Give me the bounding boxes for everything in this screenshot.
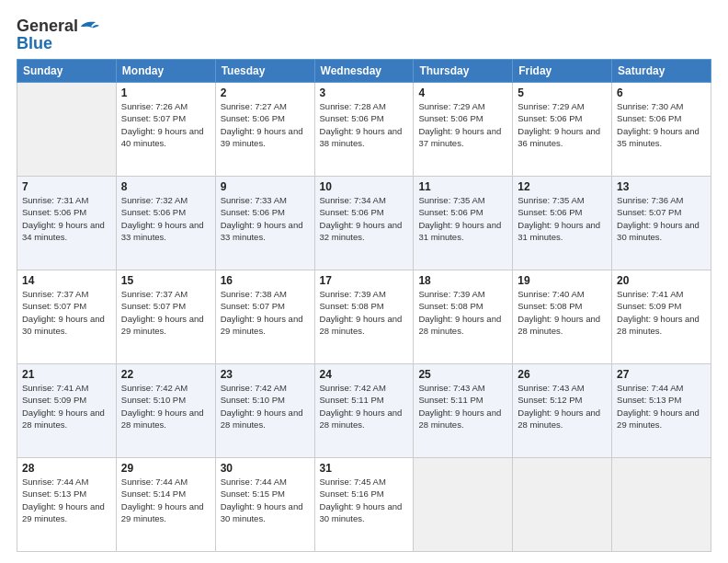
day-number: 7 [22, 180, 111, 193]
day-number: 3 [320, 86, 409, 99]
day-info: Sunrise: 7:26 AMSunset: 5:07 PMDaylight:… [121, 100, 210, 149]
day-info: Sunrise: 7:35 AMSunset: 5:06 PMDaylight:… [418, 194, 507, 243]
calendar-day-cell: 20Sunrise: 7:41 AMSunset: 5:09 PMDayligh… [612, 270, 711, 364]
calendar-day-cell: 8Sunrise: 7:32 AMSunset: 5:06 PMDaylight… [116, 177, 215, 270]
calendar-day-cell: 30Sunrise: 7:44 AMSunset: 5:15 PMDayligh… [215, 458, 314, 552]
day-info: Sunrise: 7:41 AMSunset: 5:09 PMDaylight:… [22, 382, 111, 431]
calendar-day-cell: 23Sunrise: 7:42 AMSunset: 5:10 PMDayligh… [215, 364, 314, 458]
calendar-day-cell: 3Sunrise: 7:28 AMSunset: 5:06 PMDaylight… [314, 83, 414, 177]
calendar-day-header: Saturday [612, 60, 711, 83]
calendar-week-row: 21Sunrise: 7:41 AMSunset: 5:09 PMDayligh… [17, 364, 711, 458]
day-info: Sunrise: 7:43 AMSunset: 5:11 PMDaylight:… [418, 382, 507, 431]
day-info: Sunrise: 7:40 AMSunset: 5:08 PMDaylight:… [518, 288, 607, 337]
day-info: Sunrise: 7:43 AMSunset: 5:12 PMDaylight:… [518, 382, 607, 431]
day-number: 30 [221, 462, 310, 475]
day-number: 1 [121, 86, 210, 99]
header: General Blue [17, 17, 711, 53]
day-number: 15 [121, 274, 210, 287]
calendar-day-cell: 11Sunrise: 7:35 AMSunset: 5:06 PMDayligh… [414, 177, 513, 270]
logo-text: General [17, 17, 99, 36]
calendar-day-header: Sunday [17, 60, 117, 83]
calendar-day-cell: 17Sunrise: 7:39 AMSunset: 5:08 PMDayligh… [314, 270, 414, 364]
calendar-day-cell: 31Sunrise: 7:45 AMSunset: 5:16 PMDayligh… [314, 458, 414, 552]
calendar-day-header: Friday [513, 60, 612, 83]
calendar-day-cell: 22Sunrise: 7:42 AMSunset: 5:10 PMDayligh… [116, 364, 215, 458]
calendar-day-cell: 12Sunrise: 7:35 AMSunset: 5:06 PMDayligh… [513, 177, 612, 270]
day-info: Sunrise: 7:30 AMSunset: 5:06 PMDaylight:… [617, 100, 706, 149]
day-info: Sunrise: 7:39 AMSunset: 5:08 PMDaylight:… [320, 288, 409, 337]
calendar-day-cell: 29Sunrise: 7:44 AMSunset: 5:14 PMDayligh… [116, 458, 215, 552]
day-number: 10 [320, 180, 409, 193]
page: General Blue SundayMondayTuesdayWednesda… [0, 0, 728, 563]
calendar-header-row: SundayMondayTuesdayWednesdayThursdayFrid… [17, 60, 711, 83]
day-info: Sunrise: 7:45 AMSunset: 5:16 PMDaylight:… [320, 476, 409, 524]
calendar-day-cell: 19Sunrise: 7:40 AMSunset: 5:08 PMDayligh… [513, 270, 612, 364]
day-info: Sunrise: 7:31 AMSunset: 5:06 PMDaylight:… [22, 194, 111, 243]
day-number: 21 [22, 368, 111, 381]
calendar-day-header: Tuesday [215, 60, 314, 83]
day-number: 25 [418, 368, 507, 381]
day-info: Sunrise: 7:32 AMSunset: 5:06 PMDaylight:… [121, 194, 210, 243]
calendar-day-cell: 6Sunrise: 7:30 AMSunset: 5:06 PMDaylight… [612, 83, 711, 177]
calendar-day-header: Wednesday [314, 60, 414, 83]
day-info: Sunrise: 7:41 AMSunset: 5:09 PMDaylight:… [617, 288, 706, 337]
calendar-day-cell: 28Sunrise: 7:44 AMSunset: 5:13 PMDayligh… [17, 458, 117, 552]
day-number: 12 [518, 180, 607, 193]
day-number: 18 [418, 274, 507, 287]
calendar-day-cell: 25Sunrise: 7:43 AMSunset: 5:11 PMDayligh… [414, 364, 513, 458]
day-number: 27 [617, 368, 706, 381]
day-info: Sunrise: 7:37 AMSunset: 5:07 PMDaylight:… [121, 288, 210, 337]
day-info: Sunrise: 7:44 AMSunset: 5:13 PMDaylight:… [22, 476, 111, 524]
day-number: 20 [617, 274, 706, 287]
calendar-day-cell [17, 83, 117, 177]
calendar-week-row: 7Sunrise: 7:31 AMSunset: 5:06 PMDaylight… [17, 177, 711, 270]
day-number: 4 [418, 86, 507, 99]
day-info: Sunrise: 7:28 AMSunset: 5:06 PMDaylight:… [320, 100, 409, 149]
calendar-day-cell: 1Sunrise: 7:26 AMSunset: 5:07 PMDaylight… [116, 83, 215, 177]
day-number: 9 [221, 180, 310, 193]
calendar-day-cell: 7Sunrise: 7:31 AMSunset: 5:06 PMDaylight… [17, 177, 117, 270]
day-info: Sunrise: 7:39 AMSunset: 5:08 PMDaylight:… [418, 288, 507, 337]
calendar-day-cell: 14Sunrise: 7:37 AMSunset: 5:07 PMDayligh… [17, 270, 117, 364]
calendar-day-cell: 18Sunrise: 7:39 AMSunset: 5:08 PMDayligh… [414, 270, 513, 364]
calendar-week-row: 14Sunrise: 7:37 AMSunset: 5:07 PMDayligh… [17, 270, 711, 364]
logo: General Blue [17, 17, 99, 53]
day-number: 31 [320, 462, 409, 475]
day-info: Sunrise: 7:42 AMSunset: 5:11 PMDaylight:… [320, 382, 409, 431]
day-number: 5 [518, 86, 607, 99]
calendar-day-cell [513, 458, 612, 552]
day-info: Sunrise: 7:35 AMSunset: 5:06 PMDaylight:… [518, 194, 607, 243]
calendar-day-cell: 10Sunrise: 7:34 AMSunset: 5:06 PMDayligh… [314, 177, 414, 270]
day-number: 16 [221, 274, 310, 287]
day-info: Sunrise: 7:38 AMSunset: 5:07 PMDaylight:… [221, 288, 310, 337]
calendar-day-cell: 26Sunrise: 7:43 AMSunset: 5:12 PMDayligh… [513, 364, 612, 458]
day-info: Sunrise: 7:34 AMSunset: 5:06 PMDaylight:… [320, 194, 409, 243]
day-number: 26 [518, 368, 607, 381]
day-number: 13 [617, 180, 706, 193]
calendar-day-cell: 13Sunrise: 7:36 AMSunset: 5:07 PMDayligh… [612, 177, 711, 270]
day-info: Sunrise: 7:29 AMSunset: 5:06 PMDaylight:… [518, 100, 607, 149]
calendar-day-header: Monday [116, 60, 215, 83]
day-info: Sunrise: 7:29 AMSunset: 5:06 PMDaylight:… [418, 100, 507, 149]
logo-general: General [17, 17, 78, 35]
day-number: 28 [22, 462, 111, 475]
day-number: 24 [320, 368, 409, 381]
calendar-day-cell: 9Sunrise: 7:33 AMSunset: 5:06 PMDaylight… [215, 177, 314, 270]
logo-blue-text: Blue [17, 34, 52, 53]
calendar-day-cell: 15Sunrise: 7:37 AMSunset: 5:07 PMDayligh… [116, 270, 215, 364]
day-info: Sunrise: 7:44 AMSunset: 5:14 PMDaylight:… [121, 476, 210, 524]
calendar-day-cell [612, 458, 711, 552]
day-info: Sunrise: 7:42 AMSunset: 5:10 PMDaylight:… [221, 382, 310, 431]
calendar-week-row: 1Sunrise: 7:26 AMSunset: 5:07 PMDaylight… [17, 83, 711, 177]
calendar-day-cell: 21Sunrise: 7:41 AMSunset: 5:09 PMDayligh… [17, 364, 117, 458]
calendar-day-cell: 4Sunrise: 7:29 AMSunset: 5:06 PMDaylight… [414, 83, 513, 177]
day-number: 8 [121, 180, 210, 193]
day-number: 11 [418, 180, 507, 193]
day-number: 22 [121, 368, 210, 381]
day-info: Sunrise: 7:27 AMSunset: 5:06 PMDaylight:… [221, 100, 310, 149]
logo-bird-icon [79, 19, 99, 34]
calendar-table: SundayMondayTuesdayWednesdayThursdayFrid… [17, 59, 711, 552]
day-number: 23 [221, 368, 310, 381]
day-info: Sunrise: 7:44 AMSunset: 5:13 PMDaylight:… [617, 382, 706, 431]
calendar-day-cell: 16Sunrise: 7:38 AMSunset: 5:07 PMDayligh… [215, 270, 314, 364]
